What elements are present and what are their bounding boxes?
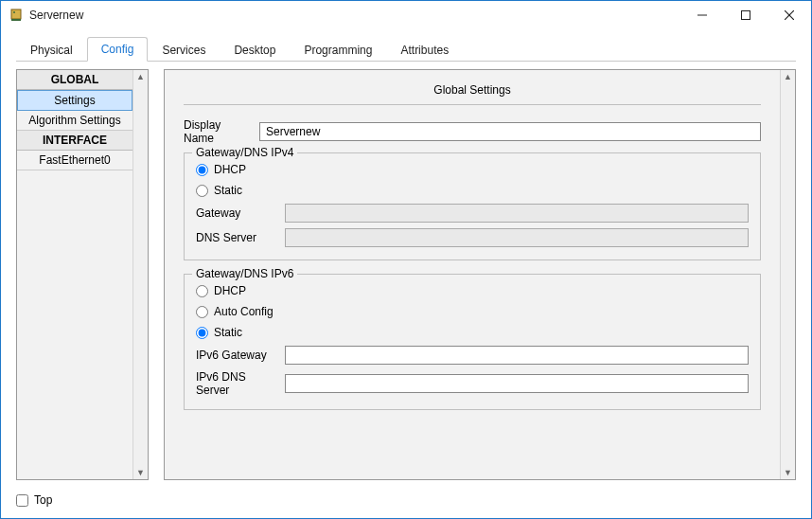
ipv4-group: Gateway/DNS IPv4 DHCP Static Gateway [184, 152, 761, 260]
ipv4-static-label: Static [214, 184, 242, 197]
ipv4-static-radio[interactable] [196, 185, 208, 197]
ipv6-static-row: Static [196, 322, 749, 343]
close-button[interactable] [768, 1, 811, 29]
ipv4-dns-input [285, 228, 749, 247]
ipv6-legend: Gateway/DNS IPv6 [192, 267, 297, 280]
display-name-input[interactable] [259, 122, 761, 141]
tab-programming[interactable]: Programming [290, 38, 386, 62]
panel-title: Global Settings [184, 78, 761, 104]
ipv6-dns-input[interactable] [285, 374, 749, 393]
server-icon [9, 8, 24, 23]
sidebar-item-settings[interactable]: Settings [17, 90, 132, 111]
ipv4-gateway-input [285, 204, 749, 223]
panel-divider [184, 104, 761, 105]
main-panel-wrap: Global Settings Display Name Gateway/DNS… [164, 69, 796, 480]
tab-config[interactable]: Config [87, 37, 149, 62]
maximize-button[interactable] [724, 1, 768, 29]
ipv6-dhcp-label: DHCP [214, 284, 246, 297]
content-row: GLOBAL Settings Algorithm Settings INTER… [1, 62, 811, 484]
ipv4-dhcp-row: DHCP [196, 159, 749, 180]
ipv6-gateway-input[interactable] [285, 346, 749, 365]
svg-rect-4 [742, 11, 750, 20]
ipv6-dhcp-radio[interactable] [196, 285, 208, 297]
sidebar-scrollbar[interactable]: ▲ ▼ [132, 70, 148, 479]
ipv6-gateway-row: IPv6 Gateway [196, 343, 749, 367]
ipv4-static-row: Static [196, 180, 749, 201]
ipv6-static-label: Static [214, 326, 242, 339]
top-checkbox[interactable] [16, 494, 28, 507]
footer: Top [1, 484, 811, 518]
ipv4-dns-row: DNS Server [196, 225, 749, 250]
ipv6-dns-label: IPv6 DNS Server [196, 370, 277, 397]
ipv4-dns-label: DNS Server [196, 231, 277, 244]
tab-attributes[interactable]: Attributes [386, 38, 463, 62]
app-window: Servernew Physical Config Services Deskt… [0, 0, 812, 519]
ipv4-gateway-label: Gateway [196, 206, 277, 220]
sidebar-item-fastethernet0[interactable]: FastEthernet0 [17, 151, 132, 170]
ipv6-dns-row: IPv6 DNS Server [196, 367, 749, 400]
svg-point-2 [13, 11, 15, 13]
sidebar-wrap: GLOBAL Settings Algorithm Settings INTER… [16, 69, 149, 480]
scroll-down-icon[interactable]: ▼ [136, 466, 145, 479]
ipv6-auto-label: Auto Config [214, 305, 274, 318]
tab-services[interactable]: Services [148, 38, 220, 62]
tab-desktop[interactable]: Desktop [220, 38, 290, 62]
ipv6-group: Gateway/DNS IPv6 DHCP Auto Config Static [184, 274, 761, 410]
top-label: Top [34, 493, 52, 507]
window-controls [680, 1, 811, 29]
sidebar-header-interface: INTERFACE [17, 131, 132, 151]
display-name-row: Display Name [184, 118, 761, 145]
minimize-button[interactable] [680, 1, 724, 29]
sidebar: GLOBAL Settings Algorithm Settings INTER… [17, 70, 132, 479]
main-scrollbar[interactable]: ▲ ▼ [780, 70, 795, 479]
titlebar: Servernew [1, 1, 811, 29]
scroll-up-icon[interactable]: ▲ [136, 70, 145, 83]
main-panel: Global Settings Display Name Gateway/DNS… [165, 70, 780, 479]
ipv6-auto-row: Auto Config [196, 301, 749, 322]
scroll-up-icon[interactable]: ▲ [784, 70, 792, 83]
sidebar-header-global: GLOBAL [17, 70, 132, 90]
svg-rect-0 [11, 9, 21, 19]
ipv6-static-radio[interactable] [196, 327, 208, 339]
ipv6-gateway-label: IPv6 Gateway [196, 349, 277, 362]
ipv4-legend: Gateway/DNS IPv4 [192, 146, 297, 159]
sidebar-item-algorithm-settings[interactable]: Algorithm Settings [17, 111, 132, 131]
ipv4-dhcp-radio[interactable] [196, 164, 208, 176]
window-title: Servernew [29, 9, 680, 22]
scroll-down-icon[interactable]: ▼ [784, 466, 792, 479]
svg-rect-1 [11, 19, 21, 21]
ipv6-auto-radio[interactable] [196, 306, 208, 318]
ipv4-gateway-row: Gateway [196, 201, 749, 225]
display-name-label: Display Name [184, 118, 252, 145]
tab-physical[interactable]: Physical [16, 38, 87, 62]
tabs: Physical Config Services Desktop Program… [16, 37, 796, 62]
ipv4-dhcp-label: DHCP [214, 163, 246, 176]
ipv6-dhcp-row: DHCP [196, 280, 749, 301]
